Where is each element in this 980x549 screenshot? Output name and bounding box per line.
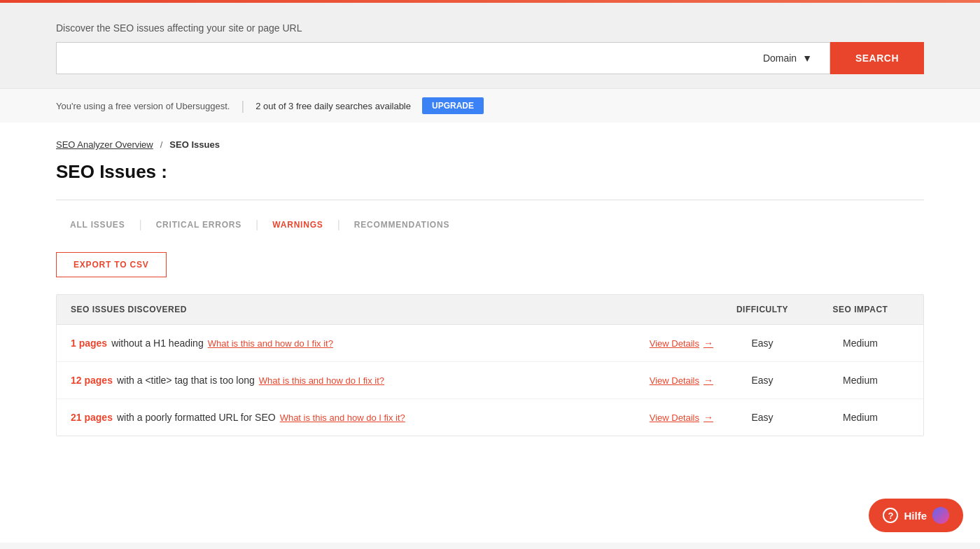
search-button[interactable]: SEARCH <box>830 42 924 74</box>
upgrade-button[interactable]: UPGRADE <box>422 97 484 114</box>
divider-line <box>56 200 924 200</box>
issue-cell-1: 1 pages without a H1 heading What is thi… <box>71 338 713 349</box>
ubersuggest-badge <box>932 507 949 524</box>
hilfe-button[interactable]: ? Hilfe <box>869 499 963 532</box>
search-label: Discover the SEO issues affecting your s… <box>56 22 924 34</box>
header-impact: SEO IMPACT <box>811 305 909 314</box>
tab-warnings[interactable]: WARNINGS <box>258 214 337 235</box>
issue-description-1: without a H1 heading <box>111 338 204 349</box>
table-header: SEO ISSUES DISCOVERED DIFFICULTY SEO IMP… <box>57 295 923 325</box>
fix-link-1[interactable]: What is this and how do I fix it? <box>208 338 333 349</box>
breadcrumb-parent-link[interactable]: SEO Analyzer Overview <box>56 139 153 150</box>
issue-cell-3: 21 pages with a poorly formatted URL for… <box>71 412 713 423</box>
free-message: You're using a free version of Ubersugge… <box>56 101 230 111</box>
domain-dropdown[interactable]: Domain ▼ <box>753 42 830 74</box>
header-issues: SEO ISSUES DISCOVERED <box>71 305 713 314</box>
header-difficulty: DIFFICULTY <box>713 305 811 314</box>
impact-3: Medium <box>811 412 909 423</box>
breadcrumb-separator: / <box>160 139 163 150</box>
issue-count-3[interactable]: 21 pages <box>71 412 113 423</box>
fix-link-2[interactable]: What is this and how do I fix it? <box>259 375 384 386</box>
issue-cell-2: 12 pages with a <title> tag that is too … <box>71 375 713 386</box>
hilfe-label: Hilfe <box>904 510 927 522</box>
issue-description-3: with a poorly formatted URL for SEO <box>117 412 276 423</box>
difficulty-2: Easy <box>713 375 811 386</box>
tabs: ALL ISSUES | CRITICAL ERRORS | WARNINGS … <box>56 214 924 235</box>
dropdown-value: Domain <box>763 53 797 64</box>
question-icon: ? <box>883 508 898 523</box>
difficulty-1: Easy <box>713 338 811 349</box>
table-row: 1 pages without a H1 heading What is thi… <box>57 325 923 362</box>
table-row: 12 pages with a <title> tag that is too … <box>57 362 923 399</box>
tab-critical-errors[interactable]: CRITICAL ERRORS <box>142 214 255 235</box>
free-bar: You're using a free version of Ubersugge… <box>0 88 980 123</box>
difficulty-3: Easy <box>713 412 811 423</box>
export-csv-button[interactable]: EXPORT TO CSV <box>56 252 167 277</box>
search-count: 2 out of 3 free daily searches available <box>255 101 411 111</box>
divider: | <box>241 99 244 113</box>
view-details-1[interactable]: View Details → <box>650 338 713 349</box>
arrow-icon-1: → <box>704 338 713 349</box>
fix-link-3[interactable]: What is this and how do I fix it? <box>280 412 405 423</box>
tab-all-issues[interactable]: ALL ISSUES <box>56 214 139 235</box>
breadcrumb: SEO Analyzer Overview / SEO Issues <box>56 139 924 150</box>
breadcrumb-current: SEO Issues <box>169 139 220 150</box>
chevron-down-icon: ▼ <box>802 53 812 64</box>
table-container: SEO ISSUES DISCOVERED DIFFICULTY SEO IMP… <box>56 294 924 436</box>
view-details-3[interactable]: View Details → <box>650 412 713 423</box>
arrow-icon-3: → <box>704 412 713 423</box>
table-row: 21 pages with a poorly formatted URL for… <box>57 399 923 436</box>
view-details-2[interactable]: View Details → <box>650 375 713 386</box>
impact-1: Medium <box>811 338 909 349</box>
search-section: Discover the SEO issues affecting your s… <box>0 3 980 88</box>
main-content: SEO Analyzer Overview / SEO Issues SEO I… <box>0 123 980 543</box>
impact-2: Medium <box>811 375 909 386</box>
search-input[interactable] <box>56 42 753 74</box>
page-title: SEO Issues : <box>56 161 924 183</box>
arrow-icon-2: → <box>704 375 713 386</box>
issue-count-1[interactable]: 1 pages <box>71 338 107 349</box>
issue-count-2[interactable]: 12 pages <box>71 375 113 386</box>
issue-description-2: with a <title> tag that is too long <box>117 375 255 386</box>
tab-recommendations[interactable]: RECOMMENDATIONS <box>340 214 463 235</box>
